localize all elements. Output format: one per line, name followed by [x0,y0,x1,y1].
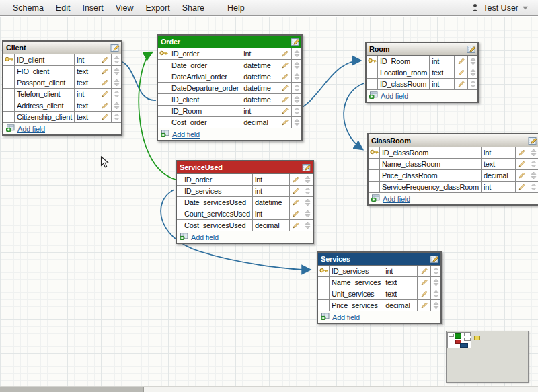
field-row[interactable]: ID_classRoomint [369,147,538,159]
reorder-field-icon[interactable] [431,277,440,288]
edit-field-icon[interactable] [516,182,529,192]
field-row[interactable]: ID_servicesint [177,186,313,197]
edit-field-icon[interactable] [290,220,303,231]
field-row[interactable]: ID_classRoomint [367,79,477,90]
field-row[interactable]: Unit_servicestext [318,288,440,300]
add-field-link[interactable]: Add field [191,233,219,241]
field-row[interactable]: Passport_clienttext [3,77,121,89]
edit-table-icon[interactable] [291,38,300,46]
add-field-link[interactable]: Add field [17,125,45,133]
reorder-field-icon[interactable] [292,71,301,82]
reorder-field-icon[interactable] [112,100,121,111]
menu-item-insert[interactable]: Insert [76,3,109,13]
edit-table-icon[interactable] [430,255,439,264]
horizontal-scrollbar-thumb[interactable] [0,387,144,392]
field-row[interactable]: Location_roomtext [367,67,477,79]
edit-field-icon[interactable] [418,288,431,299]
reorder-field-icon[interactable] [292,60,301,71]
edit-field-icon[interactable] [455,79,468,89]
reorder-field-icon[interactable] [292,117,301,128]
reorder-field-icon[interactable] [468,79,477,89]
reorder-field-icon[interactable] [112,66,121,77]
add-field-link[interactable]: Add field [332,313,360,321]
table-serviceused[interactable]: ServiceUsedID_orderintID_servicesintDate… [176,160,314,244]
edit-field-icon[interactable] [290,208,303,219]
reorder-field-icon[interactable] [112,89,121,100]
edit-field-icon[interactable] [290,174,303,185]
field-row[interactable]: Price_classRoomdecimal [369,170,538,182]
edit-field-icon[interactable] [278,94,292,105]
menu-item-share[interactable]: Share [176,3,210,13]
edit-field-icon[interactable] [98,54,112,65]
field-row[interactable]: Date_orderdatetime [158,60,301,71]
edit-field-icon[interactable] [98,89,112,100]
reorder-field-icon[interactable] [292,94,301,105]
reorder-field-icon[interactable] [303,197,313,208]
field-row[interactable]: Cost_servicesUseddecimal [177,220,313,231]
table-header-client[interactable]: Client [3,42,121,54]
reorder-field-icon[interactable] [303,220,313,231]
reorder-field-icon[interactable] [431,266,440,276]
field-row[interactable]: Price_servicesdecimal [318,300,440,311]
minimap[interactable] [446,331,529,383]
field-row[interactable]: Name_servicestext [318,277,440,288]
field-row[interactable]: ID_Roomint [367,56,477,67]
menu-item-edit[interactable]: Edit [50,3,77,13]
reorder-field-icon[interactable] [292,83,301,93]
reorder-field-icon[interactable] [431,288,440,299]
edit-field-icon[interactable] [278,71,292,82]
reorder-field-icon[interactable] [303,174,313,185]
edit-field-icon[interactable] [455,67,468,78]
horizontal-scrollbar[interactable] [0,386,538,392]
menu-item-schema[interactable]: Schema [7,3,50,13]
field-row[interactable]: Cost_orderdecimal [158,117,301,128]
edit-field-icon[interactable] [278,117,292,128]
field-row[interactable]: Citizenship_clienttext [3,112,121,123]
menu-item-view[interactable]: View [110,3,140,13]
edit-table-icon[interactable] [110,44,120,52]
table-header-serviceused[interactable]: ServiceUsed [177,161,313,174]
table-classroom[interactable]: ClassRoomID_classRoomintName_classRoomte… [367,133,538,206]
edit-field-icon[interactable] [516,147,529,158]
field-row[interactable]: DateArrival_orderdatetime [158,71,301,83]
add-field-link[interactable]: Add field [381,92,408,100]
reorder-field-icon[interactable] [529,159,538,169]
reorder-field-icon[interactable] [468,56,477,67]
edit-field-icon[interactable] [516,170,529,181]
edit-field-icon[interactable] [278,106,292,116]
edit-field-icon[interactable] [278,48,292,59]
edit-field-icon[interactable] [290,197,303,208]
table-header-room[interactable]: Room [367,43,477,56]
field-row[interactable]: Name_classRoomtext [369,159,538,170]
schema-canvas[interactable]: ClientID_clientintFIO_clienttextPassport… [0,17,538,387]
add-field-link[interactable]: Add field [172,130,200,139]
add-field-link[interactable]: Add field [383,195,410,203]
table-services[interactable]: ServicesID_servicesintName_servicestextU… [317,251,442,324]
edit-field-icon[interactable] [98,77,112,88]
edit-field-icon[interactable] [455,56,468,67]
field-row[interactable]: Telefon_clientint [3,89,121,100]
field-row[interactable]: Address_clienttext [3,100,121,112]
edit-field-icon[interactable] [98,112,112,122]
edit-field-icon[interactable] [98,66,112,77]
field-row[interactable]: ID_Roomint [158,106,301,117]
field-row[interactable]: Count_servicesUsedint [177,208,313,220]
reorder-field-icon[interactable] [529,170,538,181]
reorder-field-icon[interactable] [303,208,313,219]
reorder-field-icon[interactable] [292,106,301,116]
reorder-field-icon[interactable] [292,48,301,59]
field-row[interactable]: ID_orderint [177,174,313,186]
edit-table-icon[interactable] [467,45,476,54]
table-room[interactable]: RoomID_RoomintLocation_roomtextID_classR… [365,42,479,103]
reorder-field-icon[interactable] [112,112,121,122]
edit-field-icon[interactable] [98,100,112,111]
edit-field-icon[interactable] [516,159,529,169]
edit-table-icon[interactable] [528,136,537,145]
edit-field-icon[interactable] [278,60,292,71]
reorder-field-icon[interactable] [303,186,313,196]
field-row[interactable]: ID_servicesint [318,266,440,277]
table-client[interactable]: ClientID_clientintFIO_clienttextPassport… [2,40,122,136]
field-row[interactable]: ID_clientdatetime [158,94,301,106]
field-row[interactable]: ID_clientint [3,54,121,66]
table-header-classroom[interactable]: ClassRoom [369,134,538,147]
